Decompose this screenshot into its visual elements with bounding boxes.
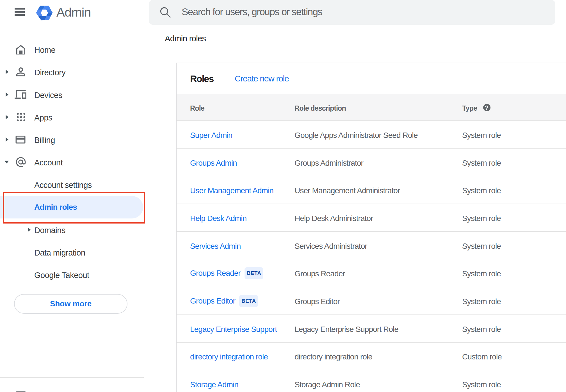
svg-text:?: ? [485,104,489,111]
